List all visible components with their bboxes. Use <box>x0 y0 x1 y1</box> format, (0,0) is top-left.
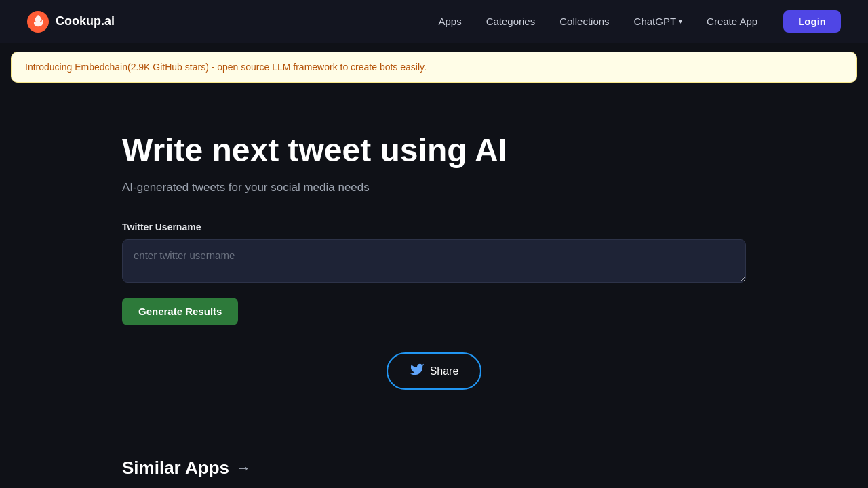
page-subtitle: AI-generated tweets for your social medi… <box>122 181 746 195</box>
main-content: Write next tweet using AI AI-generated t… <box>95 91 773 488</box>
nav-link-collections[interactable]: Collections <box>550 12 618 31</box>
logo-icon <box>27 11 49 33</box>
nav-create-app-link[interactable]: Create App <box>697 12 767 31</box>
similar-apps-title: Similar Apps → <box>122 458 746 479</box>
announcement-banner: Introducing Embedchain(2.9K GitHub stars… <box>11 52 857 83</box>
arrow-icon: → <box>236 460 251 477</box>
nav-link-apps[interactable]: Apps <box>429 12 471 31</box>
share-label: Share <box>430 365 459 378</box>
page-title: Write next tweet using AI <box>122 131 746 169</box>
nav-link-chatgpt[interactable]: ChatGPT ▾ <box>625 12 692 31</box>
banner-text: Introducing Embedchain(2.9K GitHub stars… <box>25 62 427 73</box>
twitter-username-label: Twitter Username <box>122 222 746 232</box>
similar-apps-section: Similar Apps → <box>122 444 746 488</box>
logo-text: Cookup.ai <box>56 14 115 28</box>
nav-links: Apps Categories Collections ChatGPT ▾ Cr… <box>429 10 841 33</box>
login-button[interactable]: Login <box>783 10 841 33</box>
nav-link-categories[interactable]: Categories <box>477 12 545 31</box>
generate-results-button[interactable]: Generate Results <box>122 298 238 325</box>
share-section: Share <box>122 352 746 390</box>
chevron-down-icon: ▾ <box>679 18 682 25</box>
twitter-username-input[interactable] <box>122 239 746 283</box>
logo-link[interactable]: Cookup.ai <box>27 11 115 33</box>
share-button[interactable]: Share <box>387 352 482 390</box>
twitter-icon <box>410 362 425 380</box>
navbar: Cookup.ai Apps Categories Collections Ch… <box>0 0 868 43</box>
